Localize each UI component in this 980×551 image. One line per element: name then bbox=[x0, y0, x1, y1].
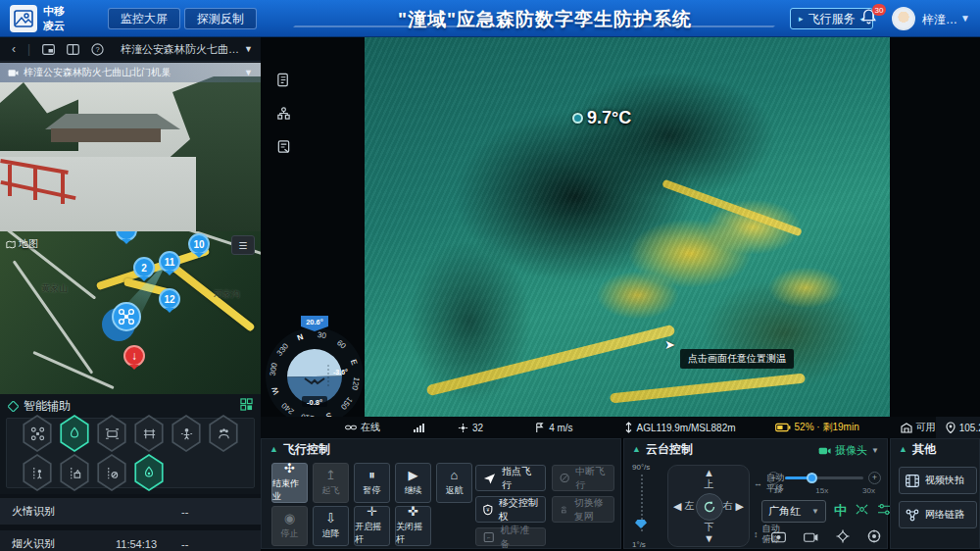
collapse-chevron-icon[interactable]: ▲ bbox=[632, 444, 641, 454]
nav-monitor-screen[interactable]: 监控大屏 bbox=[108, 8, 180, 29]
pip-layout-icon[interactable] bbox=[42, 44, 55, 55]
back-button[interactable]: ‹ bbox=[12, 42, 16, 56]
user-avatar[interactable] bbox=[892, 7, 915, 30]
assist-config-icon[interactable] bbox=[240, 398, 253, 414]
nav-detect-counter[interactable]: 探测反制 bbox=[184, 8, 257, 29]
map-road bbox=[13, 260, 94, 374]
altitude-value: AGL119.9m/MSL882m bbox=[637, 423, 736, 433]
assist-barrier-detect-button[interactable] bbox=[132, 415, 166, 452]
gimbal-left-button[interactable]: ◀左 bbox=[673, 499, 694, 513]
enable-stick-button[interactable]: ✛开启摇杆 bbox=[354, 506, 390, 546]
assist-smoke-fire-button[interactable] bbox=[132, 454, 166, 491]
flight-log-icon[interactable] bbox=[274, 71, 292, 88]
disable-stick-button[interactable]: ✜关闭摇杆 bbox=[395, 506, 431, 546]
gimbal-speed-slider[interactable]: 90°/s 1°/s bbox=[632, 463, 662, 545]
network-link-button[interactable]: 网络链路 bbox=[899, 501, 977, 528]
bottom-control-area: ▲ 飞行控制 ✣结束作业 ↥起飞 ⏸暂停 ▶继续 ⌂返航 ◉停止 ⇩迫降 ✛开启… bbox=[261, 438, 980, 549]
force-land-button[interactable]: ⇩迫降 bbox=[313, 506, 349, 546]
abort-icon bbox=[560, 472, 569, 484]
switch-network-button[interactable]: 切换修复网 bbox=[552, 496, 614, 523]
assist-icon-grid bbox=[6, 418, 255, 488]
dock-camera-video[interactable]: 梓潼公安森林防火七曲山北门机巢 ▼ bbox=[0, 63, 261, 231]
split-view-icon[interactable] bbox=[67, 44, 79, 55]
mini-map[interactable]: 地图 黄家山 邓家沟 2 11 12 10 bbox=[0, 231, 261, 394]
mission-note-icon[interactable] bbox=[274, 137, 292, 155]
dock-status-value: 可用 bbox=[916, 421, 936, 434]
waypoint-marker-10[interactable]: 10 bbox=[188, 233, 210, 255]
link-icon bbox=[345, 423, 357, 432]
assist-vehicle-detect-button[interactable] bbox=[95, 415, 128, 452]
assist-person-detect-button[interactable] bbox=[170, 415, 203, 452]
assist-drone-detect-button[interactable] bbox=[21, 415, 54, 452]
photo-button[interactable] bbox=[804, 529, 818, 547]
landing-point-marker[interactable]: ↓ bbox=[123, 345, 145, 367]
fire-recognition-value: -- bbox=[181, 506, 188, 518]
end-mission-button[interactable]: ✣结束作业 bbox=[271, 463, 308, 503]
record-button[interactable] bbox=[771, 529, 786, 547]
waypoint-marker-partial[interactable] bbox=[116, 231, 137, 241]
notification-bell[interactable]: 30 bbox=[860, 8, 882, 29]
gimbal-recenter-button[interactable] bbox=[696, 493, 723, 521]
chevron-down-icon[interactable]: ▼ bbox=[960, 13, 970, 24]
gimbal-function-icons: 中 bbox=[834, 502, 892, 520]
zoom-track[interactable] bbox=[785, 476, 863, 479]
pause-icon: ⏸ bbox=[368, 470, 375, 481]
video-snapshot-button[interactable]: 视频快拍 bbox=[899, 467, 977, 494]
gimbal-down-button[interactable]: 下▼ bbox=[704, 521, 714, 543]
zoom-in-button[interactable]: + bbox=[868, 472, 881, 484]
gimbal-right-button[interactable]: 右▶ bbox=[723, 499, 744, 513]
mouse-cursor: ➤ bbox=[664, 337, 675, 352]
zoom-out-button[interactable]: − bbox=[767, 472, 780, 484]
online-label: 在线 bbox=[361, 421, 380, 434]
waypoint-marker-12[interactable]: 12 bbox=[159, 288, 180, 310]
takeoff-icon: ↥ bbox=[325, 470, 336, 481]
assist-road-construction-button[interactable] bbox=[58, 454, 91, 491]
chevron-down-icon[interactable]: ▼ bbox=[244, 68, 253, 77]
zoom-slider-row: − + bbox=[767, 471, 881, 484]
gimbal-up-button[interactable]: ▲上 bbox=[704, 469, 714, 491]
map-icon bbox=[6, 240, 16, 249]
auto-pan-icon: ↔ bbox=[754, 478, 762, 489]
camera-selector[interactable]: 摄像头 ▼ bbox=[818, 443, 879, 458]
return-home-button[interactable]: ⌂返航 bbox=[436, 463, 472, 503]
abort-flight-button[interactable]: 中断飞行 bbox=[552, 465, 614, 491]
help-icon[interactable]: ? bbox=[91, 43, 104, 56]
stop-button[interactable]: ◉停止 bbox=[271, 506, 308, 546]
takeoff-button[interactable]: ↥起飞 bbox=[313, 463, 349, 503]
satellite-count-value: 32 bbox=[472, 423, 483, 433]
collapse-chevron-icon[interactable]: ▲ bbox=[270, 444, 278, 454]
viewer-side-tools bbox=[274, 71, 292, 155]
focus-ring-button[interactable] bbox=[867, 529, 881, 547]
point-fly-button[interactable]: 指点飞行 bbox=[475, 465, 546, 491]
gimbal-claw-icon[interactable] bbox=[855, 503, 869, 519]
map-layer-label[interactable]: 地图 bbox=[6, 237, 38, 251]
pause-button[interactable]: ⏸暂停 bbox=[354, 463, 390, 503]
smoke-recognition-row: 烟火识别 11:54:13 -- bbox=[0, 530, 261, 551]
map-label-text: 地图 bbox=[19, 237, 38, 251]
handover-control-button[interactable]: ¥ 移交控制权 bbox=[475, 496, 546, 523]
resume-button[interactable]: ▶继续 bbox=[395, 463, 431, 503]
notification-badge: 30 bbox=[872, 4, 886, 16]
device-topology-icon[interactable] bbox=[274, 104, 292, 122]
dock-prepare-button[interactable]: ⌐ 机库准备 bbox=[475, 527, 546, 546]
target-lock-button[interactable] bbox=[836, 529, 850, 547]
device-dropdown[interactable]: 梓潼公安森林防火七曲… ▼ bbox=[121, 42, 253, 57]
drone-icon bbox=[118, 308, 135, 326]
speed-knob[interactable] bbox=[635, 520, 647, 528]
waypoint-marker-11[interactable]: 11 bbox=[159, 251, 180, 273]
collapse-chevron-icon[interactable]: ▲ bbox=[899, 444, 907, 454]
map-layers-button[interactable]: ☰ bbox=[231, 235, 255, 255]
drone-position-marker[interactable] bbox=[102, 302, 145, 345]
waypoint-marker-2[interactable]: 2 bbox=[133, 257, 155, 278]
zoom-knob[interactable] bbox=[807, 473, 817, 483]
user-name[interactable]: 梓潼… bbox=[922, 12, 957, 28]
assist-crowd-detect-button[interactable] bbox=[207, 415, 240, 452]
flight-control-header: ▲ 飞行控制 bbox=[262, 439, 620, 459]
assist-road-block-button[interactable] bbox=[95, 454, 128, 491]
lens-dropdown[interactable]: 广角红 ▼ bbox=[761, 500, 826, 523]
film-icon bbox=[906, 475, 919, 487]
thermal-video-feed[interactable]: 9.7°C ➤ 点击画面任意位置测温 bbox=[365, 37, 890, 417]
assist-fire-detect-button[interactable] bbox=[58, 415, 91, 452]
gimbal-center-button[interactable]: 中 bbox=[834, 502, 847, 520]
assist-road-person-button[interactable] bbox=[21, 454, 54, 491]
